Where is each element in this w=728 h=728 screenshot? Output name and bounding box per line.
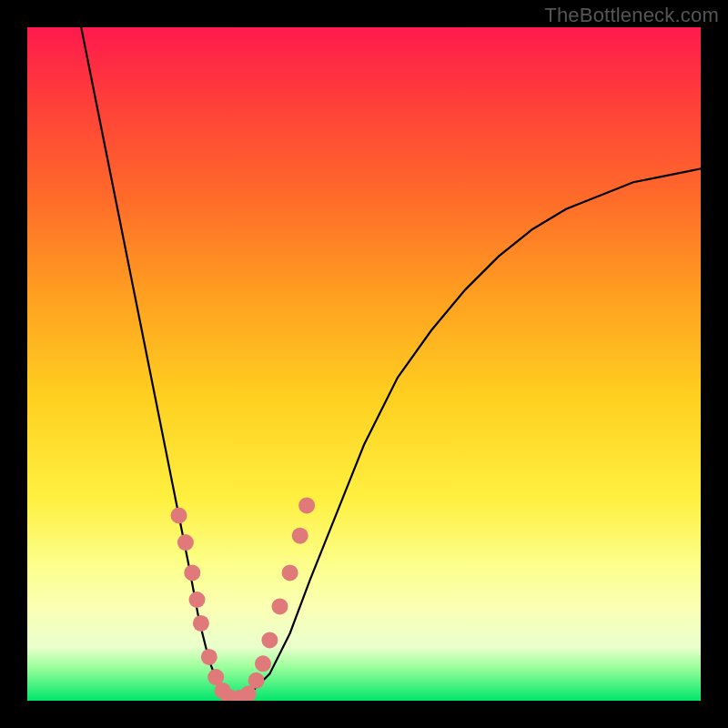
dot	[193, 615, 209, 632]
watermark-text: TheBottleneck.com	[544, 4, 719, 27]
chart-svg	[27, 27, 701, 701]
highlight-dots	[171, 497, 316, 701]
bottleneck-curve	[81, 27, 701, 701]
outer-frame: TheBottleneck.com	[0, 0, 728, 728]
dot	[189, 592, 206, 608]
dot	[292, 528, 308, 544]
dot	[177, 534, 194, 551]
dot	[171, 508, 187, 524]
dot	[272, 598, 288, 614]
dot	[201, 649, 217, 665]
dot	[184, 564, 200, 581]
dot	[298, 497, 315, 513]
dot	[282, 564, 298, 581]
dot	[248, 672, 265, 689]
dot	[261, 632, 278, 648]
dot	[255, 655, 271, 672]
